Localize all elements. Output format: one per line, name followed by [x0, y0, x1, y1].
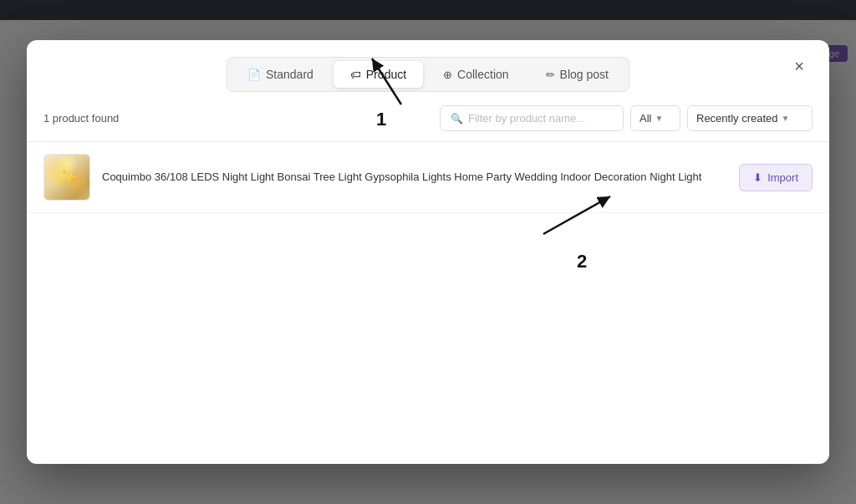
blog-icon: ✏ — [546, 69, 555, 81]
annotation-label-1: 1 — [376, 109, 386, 130]
modal-header: 📄 Standard 🏷 Product ⊕ Collection ✏ Blog… — [27, 40, 829, 92]
product-name: Coquimbo 36/108 LEDS Night Light Bonsai … — [102, 170, 727, 185]
tab-group: 📄 Standard 🏷 Product ⊕ Collection ✏ Blog… — [227, 57, 629, 92]
close-button[interactable]: × — [786, 53, 813, 79]
tab-product-label: Product — [366, 68, 406, 81]
product-icon: 🏷 — [350, 69, 361, 81]
tab-standard[interactable]: 📄 Standard — [231, 61, 330, 88]
filter-value: All — [639, 112, 651, 125]
sort-value: Recently created — [696, 112, 778, 125]
import-icon: ⬇ — [753, 171, 762, 184]
tab-blog-label: Blog post — [560, 68, 609, 81]
tab-standard-label: Standard — [266, 68, 313, 81]
filter-chevron: ▼ — [655, 114, 663, 123]
standard-icon: 📄 — [247, 69, 261, 81]
modal-body: Coquimbo 36/108 LEDS Night Light Bonsai … — [27, 142, 829, 464]
modal-toolbar: 1 product found 🔍 Filter by product name… — [27, 92, 829, 142]
search-placeholder: Filter by product name... — [468, 112, 585, 125]
filter-select[interactable]: All ▼ — [630, 105, 680, 131]
toolbar-right: 🔍 Filter by product name... All ▼ Recent… — [440, 105, 813, 131]
tab-blog-post[interactable]: ✏ Blog post — [529, 61, 625, 88]
annotation-label-2: 2 — [577, 251, 587, 272]
empty-area — [27, 213, 829, 464]
product-thumbnail — [43, 154, 90, 201]
tab-collection-label: Collection — [457, 68, 508, 81]
search-icon: 🔍 — [451, 113, 463, 125]
sort-select[interactable]: Recently created ▼ — [687, 105, 813, 131]
sort-chevron: ▼ — [782, 114, 790, 123]
import-label: Import — [767, 171, 798, 184]
tab-collection[interactable]: ⊕ Collection — [426, 61, 525, 88]
search-box[interactable]: 🔍 Filter by product name... — [440, 105, 624, 131]
product-count: 1 product found — [43, 112, 119, 125]
import-button[interactable]: ⬇ Import — [739, 164, 813, 191]
collection-icon: ⊕ — [443, 69, 452, 81]
table-row: Coquimbo 36/108 LEDS Night Light Bonsai … — [27, 142, 829, 213]
product-import-modal: 📄 Standard 🏷 Product ⊕ Collection ✏ Blog… — [27, 40, 829, 464]
tab-product[interactable]: 🏷 Product — [334, 61, 423, 88]
